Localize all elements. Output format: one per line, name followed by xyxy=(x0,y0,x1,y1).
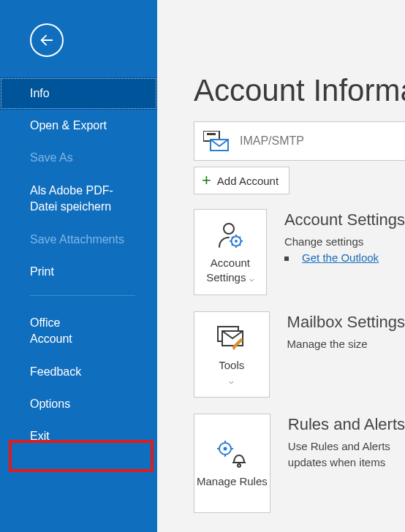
menu-item-feedback[interactable]: Feedback xyxy=(0,356,157,388)
backstage-sidebar: Info Open & Export Save As Als Adobe PDF… xyxy=(0,0,157,532)
account-selector[interactable]: IMAP/SMTP xyxy=(194,121,405,161)
manage-rules-button[interactable]: Manage Rules xyxy=(194,414,270,513)
menu-label: Save As xyxy=(30,151,73,164)
svg-point-6 xyxy=(235,240,238,243)
main-content: Account Information IMAP/SMTP + Add Acco… xyxy=(157,0,405,532)
plus-icon: + xyxy=(202,172,211,189)
menu-label: Open & Export xyxy=(30,119,107,132)
button-label-1: Account xyxy=(211,256,250,269)
svg-line-12 xyxy=(239,244,241,246)
section-title: Account Settings xyxy=(284,210,405,229)
menu-item-options[interactable]: Options xyxy=(0,388,157,420)
svg-rect-2 xyxy=(207,133,216,135)
add-account-label: Add Account xyxy=(217,175,279,187)
menu-divider xyxy=(30,295,135,296)
menu-item-exit[interactable]: Exit xyxy=(0,420,157,452)
menu-label: Options xyxy=(30,398,70,410)
svg-line-14 xyxy=(239,237,241,238)
chevron-down-icon: ⌵ xyxy=(229,376,234,385)
bullet-icon xyxy=(284,256,289,261)
page-title: Account Information xyxy=(194,73,405,108)
menu-item-open-export[interactable]: Open & Export xyxy=(0,110,157,142)
section-desc: Change settings xyxy=(284,234,405,250)
section-title: Rules and Alerts xyxy=(288,415,405,434)
menu-label: Als Adobe PDF-Datei speichern xyxy=(30,184,113,213)
menu-label: Print xyxy=(30,265,54,278)
svg-point-4 xyxy=(224,224,234,234)
tools-icon xyxy=(216,322,247,354)
section-desc-1: Use Rules and Alerts xyxy=(288,438,405,455)
svg-line-13 xyxy=(232,244,233,246)
menu-item-adobe-pdf[interactable]: Als Adobe PDF-Datei speichern xyxy=(0,174,157,224)
button-label-2: Settings xyxy=(206,271,246,284)
menu-item-save-attachments: Save Attachments xyxy=(0,224,157,256)
section-title: Mailbox Settings xyxy=(287,313,405,332)
back-button[interactable] xyxy=(30,23,64,57)
backstage-menu: Info Open & Export Save As Als Adobe PDF… xyxy=(0,77,157,452)
mailbox-icon xyxy=(203,131,230,151)
section-desc-2: updates when items xyxy=(288,455,405,471)
get-outlook-link[interactable]: Get the Outlook xyxy=(302,251,379,264)
add-account-button[interactable]: + Add Account xyxy=(194,167,289,194)
menu-label: Info xyxy=(30,87,50,99)
menu-item-save-as: Save As xyxy=(0,142,157,174)
menu-item-info[interactable]: Info xyxy=(0,77,157,110)
chevron-down-icon: ⌵ xyxy=(249,274,254,283)
button-label: Tools xyxy=(219,359,244,371)
svg-point-19 xyxy=(224,447,227,451)
person-gear-icon xyxy=(216,219,245,251)
button-label: Manage Rules xyxy=(197,475,268,487)
back-arrow-icon xyxy=(39,32,55,48)
menu-item-office-account[interactable]: OfficeAccount xyxy=(0,306,157,356)
account-type-label: IMAP/SMTP xyxy=(240,134,304,148)
account-settings-button[interactable]: Account Settings ⌵ xyxy=(194,209,267,295)
menu-label: OfficeAccount xyxy=(30,316,72,345)
menu-item-print[interactable]: Print xyxy=(0,256,157,288)
tools-button[interactable]: Tools ⌵ xyxy=(194,311,270,398)
svg-line-11 xyxy=(232,237,233,238)
section-desc: Manage the size xyxy=(287,336,405,352)
menu-label: Exit xyxy=(30,430,50,442)
menu-label: Feedback xyxy=(30,365,81,378)
svg-point-25 xyxy=(238,464,241,467)
rules-icon xyxy=(216,438,248,470)
menu-label: Save Attachments xyxy=(30,233,124,246)
